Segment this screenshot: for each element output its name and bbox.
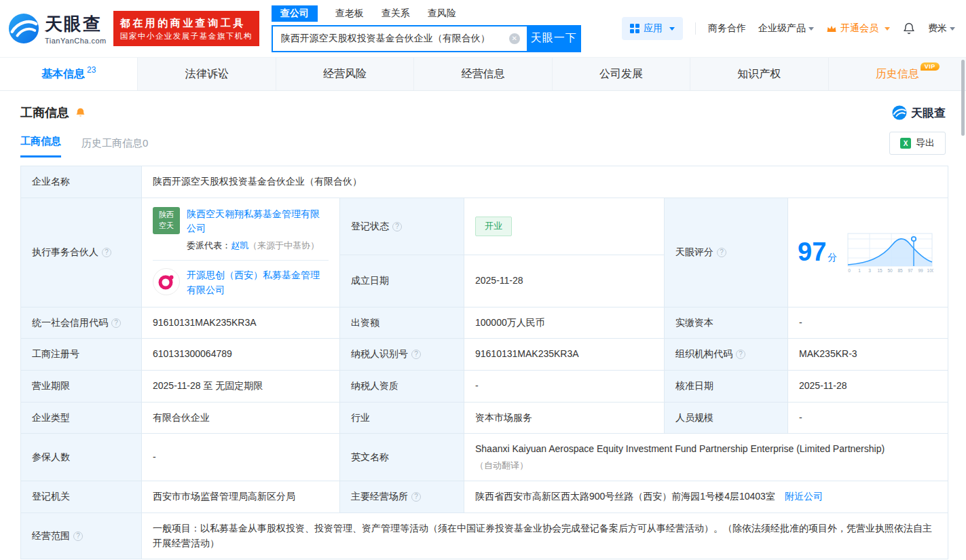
svg-text:1: 1 [858,268,861,273]
subtab-business-info[interactable]: 工商信息 [20,135,61,157]
promo-line2: 国家中小企业发展子基金旗下机构 [120,31,253,42]
subtab-history-business-info[interactable]: 历史工商信息0 [81,137,148,157]
business-scope-label: 经营范围? [21,512,142,559]
enterprise-label: 企业级产品 [758,22,806,35]
score-number: 97分 [798,239,837,265]
user-menu[interactable]: 费米 [928,22,955,35]
scrollbar-thumb[interactable] [961,60,965,136]
taxpayer-quality-value: - [464,370,665,402]
company-type-value: 有限合伙企业 [142,402,340,434]
help-icon[interactable]: ? [411,350,421,359]
help-icon[interactable]: ? [73,531,83,541]
help-icon[interactable]: ? [111,318,121,328]
svg-text:0: 0 [848,268,851,273]
search-tab-risk[interactable]: 查风险 [428,6,456,21]
search-tab-boss[interactable]: 查老板 [335,6,364,21]
taxpayer-quality-label: 纳税人资质 [340,370,464,402]
export-button[interactable]: X 导出 [889,132,946,155]
credit-code-value: 91610131MAK235KR3A [142,307,340,339]
vip-badge: VIP [921,62,940,71]
partner-name-link[interactable]: 陕西空天翱翔私募基金管理有限公司 [187,207,329,236]
table-row-company-name: 企业名称 陕西开源空天股权投资基金合伙企业（有限合伙） [21,166,948,198]
reg-status-label: 登记状态? [340,198,464,255]
industry-label: 行业 [340,402,464,434]
business-info-section-head: 工商信息 天眼查 [0,91,966,121]
taxpayer-id-label: 纳税人识别号? [340,339,464,371]
notification-bell-icon[interactable] [902,22,916,35]
capital-value: 100000万人民币 [464,307,665,339]
svg-text:85: 85 [898,268,904,273]
help-icon[interactable]: ? [102,248,111,257]
tab-operating-info[interactable]: 经营信息 [413,58,551,90]
search-tab-relation[interactable]: 查关系 [382,6,410,21]
menu-vip[interactable]: 开通会员 [826,22,890,35]
menu-enterprise[interactable]: 企业级产品 [758,22,814,35]
tab-label: 知识产权 [737,67,781,81]
reg-authority-value: 西安市市场监督管理局高新区分局 [142,481,340,513]
approval-date-label: 核准日期 [665,370,788,402]
help-icon[interactable]: ? [717,248,726,257]
tab-history-info[interactable]: 历史信息 VIP [828,58,966,90]
promo-line1: 都在用的商业查询工具 [120,16,253,31]
subtab-row: 工商信息 历史工商信息0 X 导出 [0,121,966,157]
search-button[interactable]: 天眼一下 [527,25,581,52]
chevron-down-icon [669,27,675,31]
brand-domain: TianYanCha.com [45,37,107,45]
tab-intellectual-property[interactable]: 知识产权 [690,58,828,90]
menu-cooperation[interactable]: 商务合作 [708,22,746,35]
company-type-label: 企业类型 [21,402,142,434]
tab-label: 基本信息 [41,67,85,81]
tab-company-development[interactable]: 公司发展 [552,58,690,90]
partner-detail: 开源思创（西安）私募基金管理有限公司 [187,268,329,297]
status-badge: 开业 [475,217,512,236]
capital-label: 出资额 [340,307,464,339]
staff-size-value: - [788,402,948,434]
tab-label: 经营信息 [461,67,504,81]
table-row-business-term: 营业期限 2025-11-28 至 无固定期限 纳税人资质 - 核准日期 202… [21,370,948,402]
tab-basic-info[interactable]: 基本信息 23 [0,58,137,90]
svg-text:X: X [904,140,908,147]
org-code-value: MAK235KR-3 [788,339,948,371]
tab-operating-risk[interactable]: 经营风险 [276,58,413,90]
nearby-companies-link[interactable]: 附近公司 [785,491,823,502]
apps-label: 应用 [644,22,663,35]
representative-link[interactable]: 赵凯 [231,240,248,250]
svg-text:3: 3 [868,268,871,273]
section-title: 工商信息 [20,105,86,121]
help-icon[interactable]: ? [411,492,421,502]
search-tab-company[interactable]: 查公司 [272,5,318,22]
tianyancha-mini-icon [892,105,907,120]
company-nav-tabs: 基本信息 23 法律诉讼 经营风险 经营信息 公司发展 知识产权 历史信息 VI… [0,57,966,91]
apps-menu[interactable]: 应用 [622,17,683,40]
promo-badge: 都在用的商业查询工具 国家中小企业发展子基金旗下机构 [113,11,259,46]
reg-number-label: 工商注册号 [21,339,142,371]
tab-label: 历史信息 [876,67,919,81]
approval-date-value: 2025-11-28 [788,370,948,402]
search-area: 查公司 查老板 查关系 查风险 ✕ 天眼一下 [272,5,581,52]
company-name-label: 企业名称 [21,166,142,198]
tab-label: 经营风险 [323,67,367,81]
clear-icon[interactable]: ✕ [509,33,520,44]
tab-legal[interactable]: 法律诉讼 [137,58,275,90]
brand-name: 天眼查 [45,12,107,36]
score-label: 天眼评分? [665,198,788,307]
tab-label: 公司发展 [599,67,643,81]
partners-label: 执行事务合伙人? [21,198,142,307]
search-input[interactable] [272,25,527,52]
subscribe-bell-icon[interactable] [75,107,86,119]
help-icon[interactable]: ? [392,222,402,231]
tianyancha-watermark: 天眼查 [892,105,946,121]
table-row-reg-authority: 登记机关 西安市市场监督管理局高新区分局 主要经营场所? 陕西省西安市高新区西太… [21,481,948,513]
search-tabs: 查公司 查老板 查关系 查风险 [272,5,581,22]
table-row-partner-status: 执行事务合伙人? 陕西 空天 陕西空天翱翔私募基金管理有限公司 委派代表：赵凯（… [21,198,948,255]
tianyancha-logo[interactable]: 天眼查 TianYanCha.com [8,12,107,45]
company-name-value: 陕西开源空天股权投资基金合伙企业（有限合伙） [142,166,948,198]
help-icon[interactable]: ? [736,350,745,359]
partner-logo: 陕西 空天 [153,207,180,234]
menu-divider [695,22,696,35]
establish-date-label: 成立日期 [340,255,464,307]
business-scope-value: 一般项目：以私募基金从事股权投资、投资管理、资产管理等活动（须在中国证券投资基金… [142,512,948,559]
auto-translate-note: （自动翻译） [475,459,937,472]
search-row: ✕ 天眼一下 [272,25,581,52]
partner-name-link[interactable]: 开源思创（西安）私募基金管理有限公司 [187,268,329,297]
